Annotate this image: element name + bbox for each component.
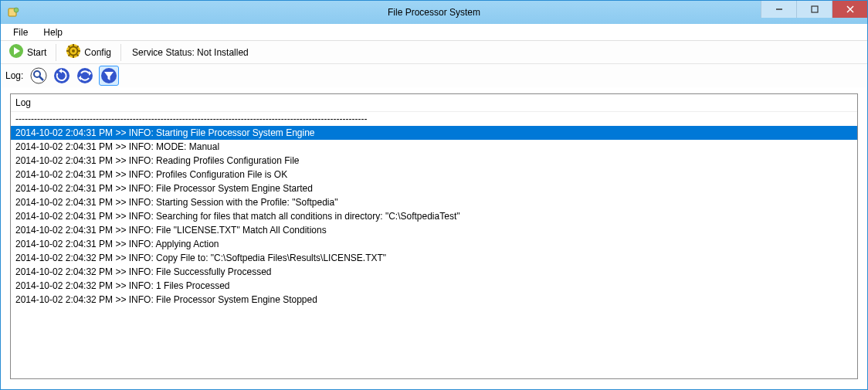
window-title: File Processor System: [1, 7, 867, 18]
log-row[interactable]: 2014-10-02 2:04:32 PM >> INFO: 1 Files P…: [11, 279, 857, 293]
log-row[interactable]: 2014-10-02 2:04:31 PM >> INFO: File "LIC…: [11, 223, 857, 237]
log-row[interactable]: 2014-10-02 2:04:32 PM >> INFO: Copy File…: [11, 251, 857, 265]
menu-help[interactable]: Help: [36, 25, 70, 39]
svg-point-1: [14, 8, 19, 12]
svg-point-24: [77, 68, 93, 83]
log-separator-row[interactable]: ----------------------------------------…: [11, 112, 857, 126]
svg-line-15: [77, 55, 79, 56]
maximize-button[interactable]: [796, 1, 832, 18]
log-row[interactable]: 2014-10-02 2:04:31 PM >> INFO: MODE: Man…: [11, 140, 857, 154]
log-reload-button[interactable]: [76, 66, 94, 85]
svg-point-19: [31, 68, 46, 83]
log-row[interactable]: 2014-10-02 2:04:31 PM >> INFO: Profiles …: [11, 168, 857, 181]
gear-icon: [66, 43, 81, 61]
log-row[interactable]: 2014-10-02 2:04:31 PM >> INFO: Reading P…: [11, 154, 857, 168]
log-list[interactable]: ----------------------------------------…: [11, 112, 857, 378]
config-label: Config: [84, 47, 111, 58]
log-row[interactable]: 2014-10-02 2:04:31 PM >> INFO: Starting …: [11, 126, 857, 140]
separator: [120, 44, 121, 61]
start-button[interactable]: Start: [4, 42, 51, 63]
app-icon: [7, 6, 19, 19]
log-row[interactable]: 2014-10-02 2:04:31 PM >> INFO: File Proc…: [11, 181, 857, 195]
close-button[interactable]: [832, 1, 867, 18]
play-icon: [8, 43, 24, 61]
log-row[interactable]: 2014-10-02 2:04:31 PM >> INFO: Applying …: [11, 237, 857, 251]
log-row[interactable]: 2014-10-02 2:04:31 PM >> INFO: Starting …: [11, 195, 857, 209]
svg-line-16: [77, 46, 79, 48]
config-button[interactable]: Config: [61, 42, 116, 63]
svg-point-18: [72, 49, 75, 53]
log-row[interactable]: 2014-10-02 2:04:31 PM >> INFO: Searching…: [11, 209, 857, 223]
svg-line-14: [69, 46, 70, 48]
log-column-header[interactable]: Log: [11, 94, 857, 112]
service-status: Service Status: Not Installed: [126, 46, 255, 59]
svg-rect-3: [812, 6, 818, 12]
log-row[interactable]: 2014-10-02 2:04:32 PM >> INFO: File Succ…: [11, 265, 857, 279]
log-filter-button[interactable]: [99, 66, 119, 86]
svg-line-17: [69, 55, 70, 56]
minimize-button[interactable]: [761, 1, 796, 18]
log-label: Log:: [5, 70, 23, 81]
start-label: Start: [27, 47, 46, 58]
titlebar[interactable]: File Processor System: [1, 1, 867, 24]
menu-file[interactable]: File: [5, 25, 36, 39]
log-row[interactable]: 2014-10-02 2:04:32 PM >> INFO: File Proc…: [11, 293, 857, 307]
log-search-button[interactable]: [29, 66, 48, 85]
log-toolbar: Log:: [1, 64, 867, 87]
menubar: File Help: [1, 24, 867, 41]
log-panel: Log ------------------------------------…: [10, 93, 858, 379]
log-refresh-button[interactable]: [53, 66, 71, 85]
separator: [56, 44, 56, 61]
toolbar: Start Config Service Status: Not Install…: [1, 41, 867, 64]
